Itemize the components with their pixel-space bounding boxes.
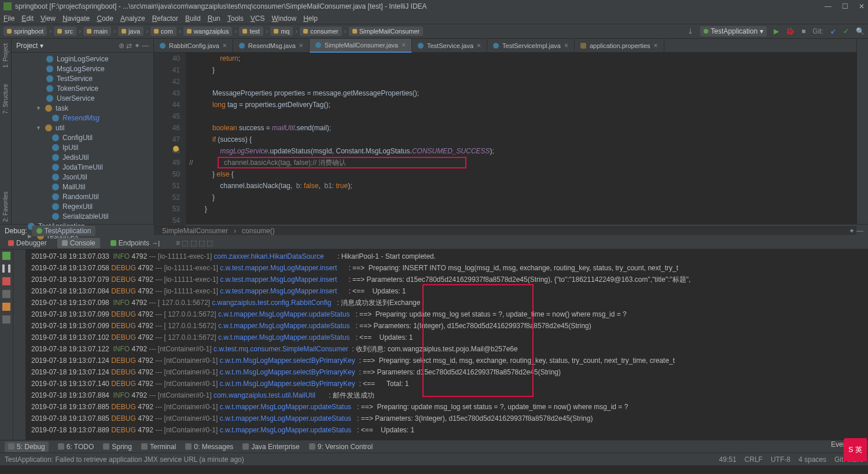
menu-edit[interactable]: Edit [21,14,34,23]
console-tab[interactable]: Console [57,238,100,248]
breadcrumb-mq[interactable]: mq [270,27,293,36]
rerun-button[interactable] [2,252,10,260]
menu-vcs[interactable]: VCS [251,14,265,23]
close-tab-icon[interactable]: × [299,42,303,50]
tree-IpUtil[interactable]: IpUtil [12,142,153,152]
tree-TestService[interactable]: TestService [12,74,153,83]
tree-task[interactable]: ▼task [12,103,153,113]
run-config-dropdown[interactable]: TestApplication ▾ [700,26,767,36]
tree-ResendMsg[interactable]: ResendMsg [12,113,153,123]
stop-button[interactable]: ■ [801,27,806,35]
pause-button[interactable] [2,264,10,273]
console-output[interactable]: 2019-07-18 19:13:07.033 INFO 4792 --- [i… [25,249,868,440]
view-breakpoints-button[interactable] [2,290,10,298]
menu-code[interactable]: Code [97,14,113,23]
search-icon[interactable]: 🔍 [856,27,865,35]
mute-breakpoints-button[interactable] [2,303,10,311]
class-icon [52,183,59,190]
menu-view[interactable]: View [41,14,56,23]
tree-SerializableUtil[interactable]: SerializableUtil [12,211,153,221]
status-UTF-8[interactable]: UTF-8 [771,455,790,464]
bottom-tab-5Debug[interactable]: 5: Debug [5,442,49,452]
tree-JodaTimeUtil[interactable]: JodaTimeUtil [12,162,153,172]
breadcrumb-consumer[interactable]: consumer [300,27,341,36]
tree-RegexUtil[interactable]: RegexUtil [12,201,153,211]
tab-ResendMsg.java[interactable]: ResendMsg.java × [233,39,310,52]
menu-navigate[interactable]: Navigate [62,14,90,23]
breadcrumb-java[interactable]: java [118,27,144,36]
bottom-tool-tabs: 5: Debug6: TODOSpringTerminal0: Messages… [0,440,868,453]
run-button[interactable]: ▶ [774,27,779,35]
tree-util[interactable]: ▼util [12,123,153,133]
debugger-tab[interactable]: Debugger [3,238,52,248]
close-icon[interactable]: ✕ [859,2,865,10]
tree-TokenService[interactable]: TokenService [12,83,153,93]
minimize-icon[interactable]: — [825,2,832,10]
tree-RandomUtil[interactable]: RandomUtil [12,192,153,201]
breadcrumb-com[interactable]: com [150,27,176,36]
window-title: springboot [F:\project\springboot] - ...… [15,2,427,10]
bottom-tab-6TODO[interactable]: 6: TODO [58,443,94,451]
breadcrumb-springboot[interactable]: springboot [3,27,47,36]
tree-LoginLogService[interactable]: LoginLogService [12,54,153,64]
vcs-commit-icon[interactable]: ✓ [843,27,849,35]
structure-tab[interactable]: 7: Structure [2,82,9,116]
tree-ConfigUtil[interactable]: ConfigUtil [12,133,153,142]
menu-help[interactable]: Help [303,14,318,23]
chevron-down-icon[interactable]: ▾ [40,42,43,50]
tab-SimpleMailConsumer.java[interactable]: SimpleMailConsumer.java × [310,39,412,53]
tab-application.properties[interactable]: application.properties × [575,39,664,52]
breadcrumb-main[interactable]: main [83,27,111,36]
tree-MailUtil[interactable]: MailUtil [12,182,153,192]
tab-TestServiceImpl.java[interactable]: TestServiceImpl.java × [487,39,575,52]
tree-JedisUtil[interactable]: JedisUtil [12,152,153,162]
debug-settings-icon[interactable]: ✦ — [849,227,863,235]
bottom-tab-9VersionControl[interactable]: 9: Version Control [309,443,373,451]
breadcrumb-test[interactable]: test [239,27,263,36]
debug-button[interactable]: 🐞 [786,27,795,35]
status-CRLF[interactable]: CRLF [745,455,763,464]
favorites-tab[interactable]: 2: Favorites [2,189,9,224]
debug-toolbar-icons[interactable]: ≡ ⬚ ⬚ ⬚ ⬚ [176,239,213,247]
close-tab-icon[interactable]: × [654,42,658,50]
stop-button[interactable] [2,277,10,285]
tree-UserService[interactable]: UserService [12,93,153,103]
tab-TestService.java[interactable]: TestService.java × [412,39,487,52]
build-icon[interactable]: ⤓ [687,27,693,35]
menu-window[interactable]: Window [271,14,296,23]
warning-gutter-icon[interactable] [173,146,179,152]
ime-indicator[interactable]: S 英 [844,438,867,461]
menu-run[interactable]: Run [208,14,220,23]
breadcrumb-src[interactable]: src [54,27,76,36]
breadcrumb-wangzaiplus[interactable]: wangzaiplus [183,27,233,36]
menu-tools[interactable]: Tools [227,14,244,23]
maximize-icon[interactable]: ☐ [842,2,848,10]
menu-analyze[interactable]: Analyze [120,14,145,23]
project-tab[interactable]: 1: Project [2,41,9,70]
tab-RabbitConfig.java[interactable]: RabbitConfig.java × [154,39,233,52]
debug-process-badge[interactable]: TestApplication [32,226,96,236]
tree-JsonUtil[interactable]: JsonUtil [12,172,153,182]
bottom-tab-Spring[interactable]: Spring [103,443,132,451]
bottom-tab-0Messages[interactable]: 0: Messages [185,443,233,451]
status-4spaces[interactable]: 4 spaces [799,455,826,464]
close-tab-icon[interactable]: × [402,41,406,49]
endpoints-tab[interactable]: Endpoints →| [106,238,164,248]
menu-refactor[interactable]: Refactor [152,14,178,23]
breadcrumb-SimpleMailConsumer[interactable]: SimpleMailConsumer [349,27,424,36]
bottom-tab-Terminal[interactable]: Terminal [141,443,176,451]
crumb-method[interactable]: consume() [242,227,275,235]
layout-button[interactable] [2,315,10,324]
close-tab-icon[interactable]: × [477,42,481,50]
status-4951[interactable]: 49:51 [719,455,737,464]
tree-MsgLogService[interactable]: MsgLogService [12,64,153,74]
code-editor[interactable]: 404142434445464748495051525354 return; }… [154,53,856,226]
close-tab-icon[interactable]: × [223,42,227,50]
close-tab-icon[interactable]: × [564,42,568,50]
title-bar: springboot [F:\project\springboot] - ...… [0,0,868,13]
vcs-update-icon[interactable]: ↙ [830,27,836,35]
bottom-tab-JavaEnterprise[interactable]: Java Enterprise [242,443,299,451]
menu-build[interactable]: Build [185,14,201,23]
menu-file[interactable]: File [3,14,14,23]
crumb-class[interactable]: SimpleMailConsumer [162,227,228,235]
